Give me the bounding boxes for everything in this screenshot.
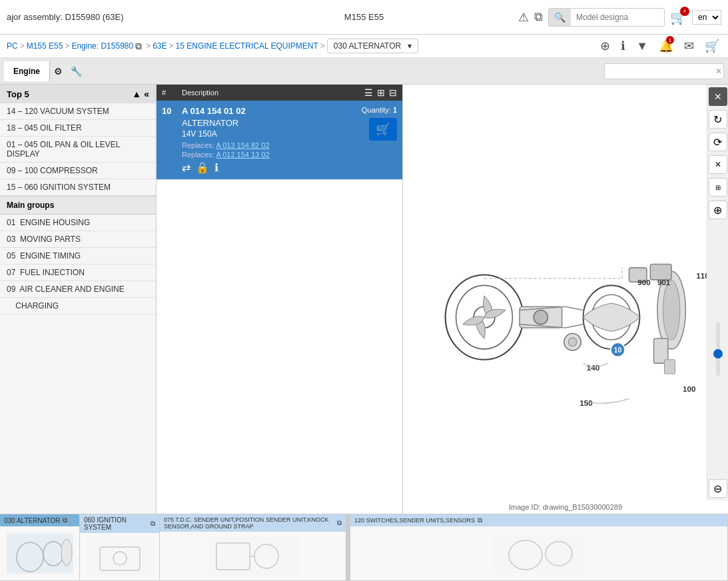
mail-icon[interactable]: ✉ xyxy=(684,39,694,53)
sidebar-group-air-cleaner[interactable]: 09 AIR CLEANER AND ENGINE xyxy=(0,281,156,298)
sidebar-item-compressor[interactable]: 09 – 100 COMPRESSOR xyxy=(0,163,156,179)
slider-thumb[interactable] xyxy=(713,349,723,358)
part-lock-icon[interactable]: 🔒 xyxy=(196,161,209,174)
part-info-icon[interactable]: ℹ xyxy=(214,161,218,174)
copy-icon[interactable]: ⧉ xyxy=(534,10,543,24)
breadcrumb-bar: PC > M155 E55 > Engine: D155980 ⧉ > 63E … xyxy=(0,35,728,58)
sidebar-group-moving-parts[interactable]: 03 MOVING PARTS xyxy=(0,231,156,248)
header-title: ajor assembly: D155980 (63E) xyxy=(7,12,518,22)
header-search-input[interactable] xyxy=(571,10,664,25)
svg-text:900: 900 xyxy=(637,278,650,287)
main-layout: Top 5 ▲ « 14 – 120 VACUUM SYSTEM 18 – 04… xyxy=(0,85,728,514)
drawing-area: 10 100 110 140 150 900 901 ✕ ↻ xyxy=(403,85,728,500)
header-search-button[interactable]: 🔍 xyxy=(549,9,571,26)
breadcrumb-pc[interactable]: PC xyxy=(7,41,18,51)
drawing-toolbar: ✕ ↻ ⟳ ✕ ⊞ ⊕ ⊖ xyxy=(707,85,728,500)
bottom-tab-075-header: 075 T.D.C. SENDER UNIT,POSITION SENDER U… xyxy=(160,514,346,532)
bottom-img-030 xyxy=(7,534,73,574)
wrench-tab-icon[interactable]: 🔧 xyxy=(67,62,86,81)
notification-badge: 1 xyxy=(666,36,674,44)
top5-collapse-icon[interactable]: ▲ xyxy=(132,89,141,99)
warning-icon[interactable]: ⚠ xyxy=(518,10,529,25)
sidebar-group-charging[interactable]: CHARGING xyxy=(0,298,156,314)
cart-bc-icon[interactable]: 🛒 xyxy=(705,39,719,53)
bottom-tab-030-icon[interactable]: ⧉ xyxy=(63,516,67,524)
parts-header: # Description ☰ ⊞ ⊟ xyxy=(157,85,402,101)
part-actions: ⇄ 🔒 ℹ xyxy=(182,161,344,174)
bottom-tab-120-header: 120 SWITCHES,SENDER UNITS,SENSORS ⧉ xyxy=(350,514,727,526)
sidebar-group-engine-timing[interactable]: 05 ENGINE TIMING xyxy=(0,248,156,265)
drawing-spin-button[interactable]: ↻ xyxy=(709,110,727,129)
replaces-link-2[interactable]: A 012 154 13 02 xyxy=(216,151,269,159)
zoom-icon[interactable]: ⊕ xyxy=(600,39,610,53)
qty-label: Quantity: 1 xyxy=(362,106,397,114)
parts-grid-icon[interactable]: ⊞ xyxy=(377,87,385,98)
breadcrumb-030-dropdown[interactable]: 030 ALTERNATOR ▾ xyxy=(327,39,418,53)
bottom-strip: 030 ALTERNATOR ⧉ 060 IGNITION SYSTEM ⧉ xyxy=(0,514,728,580)
header: ajor assembly: D155980 (63E) M155 E55 ⚠ … xyxy=(0,0,728,35)
tab-search-clear[interactable]: ✕ xyxy=(713,64,724,79)
drawing-settings-button[interactable]: ✕ xyxy=(709,155,727,174)
add-to-cart-button[interactable]: 🛒 xyxy=(369,118,397,141)
drawing-image-id: Image ID: drawing_B15030000289 xyxy=(403,500,728,514)
header-cart-button[interactable]: 🛒 + xyxy=(670,9,687,25)
breadcrumb-63e[interactable]: 63E xyxy=(153,41,167,51)
drawing-svg: 10 100 110 140 150 900 901 xyxy=(403,85,728,500)
breadcrumb-engine[interactable]: Engine: D155980 xyxy=(71,41,133,51)
notification-icon[interactable]: 🔔 1 xyxy=(659,39,673,53)
sidebar-group-engine-housing[interactable]: 01 ENGINE HOUSING xyxy=(0,215,156,231)
svg-rect-30 xyxy=(87,537,153,577)
parts-list-icon[interactable]: ☰ xyxy=(364,87,373,98)
info-icon[interactable]: ℹ xyxy=(621,39,625,53)
tab-search-box: ✕ xyxy=(604,63,724,79)
bottom-tab-060-label: 060 IGNITION SYSTEM xyxy=(84,516,148,531)
tab-search-input[interactable] xyxy=(605,64,713,79)
tab-engine[interactable]: Engine xyxy=(4,61,50,81)
bottom-tab-120[interactable]: 120 SWITCHES,SENDER UNITS,SENSORS ⧉ xyxy=(350,514,728,580)
bottom-tab-030[interactable]: 030 ALTERNATOR ⧉ xyxy=(0,514,80,580)
bottom-tab-060-header: 060 IGNITION SYSTEM ⧉ xyxy=(80,514,159,533)
slider-track xyxy=(716,322,720,376)
bottom-tab-075-icon[interactable]: ⧉ xyxy=(337,519,342,527)
part-qty: Quantity: 1 🛒 xyxy=(344,106,397,141)
bottom-tab-060-img xyxy=(80,533,159,580)
settings-tab-icon[interactable]: ⚙ xyxy=(50,62,67,81)
drawing-history-button[interactable]: ⟳ xyxy=(709,133,727,151)
breadcrumb-actions: ⊕ ℹ ▼ 🔔 1 ✉ 🛒 xyxy=(598,39,721,53)
bottom-tab-060[interactable]: 060 IGNITION SYSTEM ⧉ xyxy=(80,514,160,580)
language-selector[interactable]: en de fr xyxy=(692,10,721,25)
sidebar-item-vacuum[interactable]: 14 – 120 VACUUM SYSTEM xyxy=(0,103,156,120)
sidebar-item-oil-filter[interactable]: 18 – 045 OIL FILTER xyxy=(0,120,156,137)
breadcrumb-dropdown-icon: ▾ xyxy=(408,41,412,51)
part-position: 10 xyxy=(162,106,182,116)
bottom-tab-120-icon[interactable]: ⧉ xyxy=(478,516,482,524)
svg-point-13 xyxy=(568,338,577,346)
part-replaces-1: Replaces: A 013 154 82 02 xyxy=(182,141,344,149)
drawing-close-button[interactable]: ✕ xyxy=(709,87,727,106)
breadcrumb-15-electrical[interactable]: 15 ENGINE ELECTRICAL EQUIPMENT xyxy=(176,41,318,51)
bottom-tab-075[interactable]: 075 T.D.C. SENDER UNIT,POSITION SENDER U… xyxy=(160,514,346,580)
breadcrumb-m155e55[interactable]: M155 E55 xyxy=(27,41,63,51)
drawing-zoomout-button[interactable]: ⊖ xyxy=(709,479,727,498)
bottom-tab-060-icon[interactable]: ⧉ xyxy=(151,520,155,528)
part-number[interactable]: A 014 154 01 02 xyxy=(182,106,344,116)
breadcrumb-copy-icon[interactable]: ⧉ xyxy=(135,41,142,52)
top5-arrow-icon[interactable]: « xyxy=(144,89,149,99)
drawing-slider[interactable] xyxy=(716,223,720,475)
drawing-zoomin-button[interactable]: ⊕ xyxy=(709,201,727,219)
bottom-tab-075-label: 075 T.D.C. SENDER UNIT,POSITION SENDER U… xyxy=(164,516,334,530)
drawing-layout-button[interactable]: ⊞ xyxy=(709,178,727,197)
sidebar-item-oil-pan[interactable]: 01 – 045 OIL PAN & OIL LEVEL DISPLAY xyxy=(0,137,156,163)
replaces-link-1[interactable]: A 013 154 82 02 xyxy=(216,141,269,149)
part-exchange-icon[interactable]: ⇄ xyxy=(182,161,190,174)
breadcrumb-030-label: 030 ALTERNATOR xyxy=(334,41,401,51)
parts-expand-icon[interactable]: ⊟ xyxy=(389,87,397,98)
filter-icon[interactable]: ▼ xyxy=(636,39,648,53)
bottom-tab-030-label: 030 ALTERNATOR xyxy=(4,517,60,524)
part-details: A 014 154 01 02 ALTERNATOR 14V 150A Repl… xyxy=(182,106,344,174)
sidebar-group-fuel-injection[interactable]: 07 FUEL INJECTION xyxy=(0,265,156,281)
header-model: M155 E55 xyxy=(344,12,384,22)
sidebar-item-ignition[interactable]: 15 – 060 IGNITION SYSTEM xyxy=(0,179,156,196)
svg-text:100: 100 xyxy=(683,384,695,393)
svg-point-29 xyxy=(61,539,72,566)
